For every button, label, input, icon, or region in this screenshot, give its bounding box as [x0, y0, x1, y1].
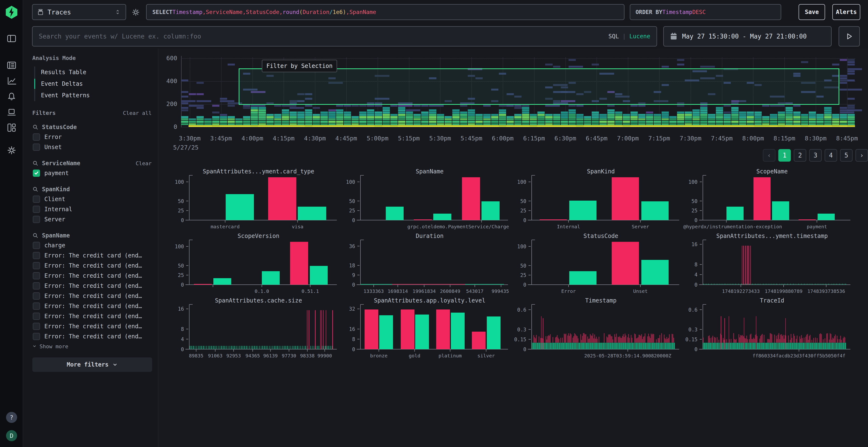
panel-left-icon[interactable] — [6, 33, 17, 44]
chart-svg-payment-timestamp[interactable]: SpanAttributes...yment.timestamp16840174… — [682, 231, 852, 294]
checkbox[interactable] — [33, 293, 40, 300]
checkbox[interactable] — [33, 282, 40, 289]
search-icon — [32, 160, 38, 166]
chart-cache-size[interactable]: SpanAttributes.cache.size168408983591063… — [169, 295, 339, 359]
help-button[interactable]: ? — [6, 412, 17, 423]
chart-svg-timestamp[interactable]: Timestamp0.60.30.1502025-05-28T03:59:14.… — [511, 295, 681, 359]
pagination-next[interactable]: › — [856, 149, 868, 162]
pagination-page-5[interactable]: 5 — [840, 149, 852, 162]
filter-option[interactable]: Error: The credit card (end… — [32, 271, 152, 281]
analysis-mode-item-event-patterns[interactable]: Event Patterns — [35, 90, 152, 101]
chart-scope-version[interactable]: ScopeVersion100502500.1.00.51.1 — [169, 231, 339, 294]
pagination-page-2[interactable]: 2 — [794, 149, 806, 162]
chart-svg-scope-version[interactable]: ScopeVersion100502500.1.00.51.1 — [169, 231, 339, 294]
sql-select-input[interactable]: SELECT Timestamp,ServiceName,StatusCode,… — [146, 4, 624, 20]
chart-events-histogram[interactable]: Filter by Selection — [181, 56, 855, 127]
clear-filter-link[interactable]: Clear — [136, 161, 152, 166]
filter-option[interactable]: charge — [32, 240, 152, 250]
chart-span-kind[interactable]: SpanKind10050250InternalServer — [511, 166, 681, 230]
logs-icon[interactable] — [6, 60, 17, 71]
source-settings-gear-icon[interactable] — [131, 8, 140, 17]
chart-status-code[interactable]: StatusCode10050250ErrorUnset — [511, 231, 681, 294]
filter-option[interactable]: Error: The credit card (end… — [32, 301, 152, 311]
chart-span-name[interactable]: SpanName10050250grpc.oteldemo.PaymentSer… — [340, 166, 510, 230]
checkbox[interactable] — [33, 242, 40, 249]
bell-icon[interactable] — [6, 91, 17, 102]
chart-selection[interactable] — [239, 68, 839, 105]
more-filters-button[interactable]: More filters — [32, 357, 152, 372]
filter-option[interactable]: Error: The credit card (end… — [32, 281, 152, 291]
pagination-page-1[interactable]: 1 — [778, 149, 791, 162]
analysis-mode-item-results-table[interactable]: Results Table — [35, 66, 152, 78]
svg-text:99900: 99900 — [317, 353, 332, 358]
checkbox[interactable] — [33, 313, 40, 320]
laptop-icon[interactable] — [6, 107, 17, 117]
chart-svg-trace-id[interactable]: TraceId0.60.30.150ff860334facdb23d3f430f… — [682, 295, 852, 359]
chart-duration[interactable]: Duration36189013333631698314199618342600… — [340, 231, 510, 294]
chart-svg-span-name[interactable]: SpanName10050250grpc.oteldemo.PaymentSer… — [340, 166, 510, 230]
checkbox[interactable] — [33, 323, 40, 330]
mode-lucene[interactable]: Lucene — [629, 33, 650, 40]
svg-text:0: 0 — [181, 347, 184, 352]
chart-card-type[interactable]: SpanAttributes...yment.card_type10050250… — [169, 166, 339, 230]
svg-text:100: 100 — [175, 179, 184, 185]
filter-option[interactable]: Error: The credit card (end… — [32, 321, 152, 332]
run-query-button[interactable] — [839, 26, 860, 46]
analysis-mode-item-event-deltas[interactable]: Event Deltas — [35, 78, 152, 90]
settings-gear-icon[interactable] — [6, 145, 17, 156]
checkbox[interactable] — [33, 272, 40, 279]
filter-option[interactable]: Error — [32, 132, 152, 142]
chart-icon[interactable] — [6, 75, 17, 86]
save-button[interactable]: Save — [799, 4, 825, 20]
chart-svg-cache-size[interactable]: SpanAttributes.cache.size168408983591063… — [169, 295, 339, 359]
clear-all-filters-link[interactable]: Clear all — [123, 110, 152, 116]
filter-option[interactable]: Error: The credit card (end… — [32, 332, 152, 342]
filter-option[interactable]: Error: The credit card (end… — [32, 311, 152, 321]
chart-svg-span-kind[interactable]: SpanKind10050250InternalServer — [511, 166, 681, 230]
checkbox[interactable] — [33, 133, 40, 141]
pagination-prev[interactable]: ‹ — [763, 149, 775, 162]
checkbox[interactable] — [33, 206, 40, 213]
mode-sql[interactable]: SQL — [609, 33, 619, 40]
checkbox-checked[interactable] — [33, 170, 40, 177]
checkbox[interactable] — [33, 216, 40, 223]
chart-svg-card-type[interactable]: SpanAttributes...yment.card_type10050250… — [169, 166, 339, 230]
chart-svg-status-code[interactable]: StatusCode10050250ErrorUnset — [511, 231, 681, 294]
checkbox[interactable] — [33, 196, 40, 203]
chart-trace-id[interactable]: TraceId0.60.30.150ff860334facdb23d3f430f… — [682, 295, 852, 359]
hyperdx-logo[interactable] — [5, 5, 19, 19]
chart-svg-scope-name[interactable]: ScopeName10050250@hyperdx/instrumentatio… — [682, 166, 852, 230]
show-more-link[interactable]: Show more — [32, 342, 152, 351]
checkbox[interactable] — [33, 143, 40, 151]
date-range-picker[interactable]: May 27 15:30:00 - May 27 21:00:00 — [663, 26, 832, 46]
pagination-page-4[interactable]: 4 — [825, 149, 837, 162]
pagination-page-3[interactable]: 3 — [809, 149, 822, 162]
source-select[interactable]: Traces — [32, 4, 126, 20]
filter-option[interactable]: Server — [32, 214, 152, 225]
filter-option[interactable]: Unset — [32, 142, 152, 152]
checkbox[interactable] — [33, 303, 40, 310]
checkbox[interactable] — [33, 252, 40, 259]
filter-option[interactable]: Error: The credit card (end… — [32, 291, 152, 301]
alerts-button[interactable]: Alerts — [832, 4, 860, 20]
checkbox[interactable] — [33, 262, 40, 269]
chart-loyalty-level[interactable]: SpanAttributes.app.loyalty.level321680br… — [340, 295, 510, 359]
chart-scope-name[interactable]: ScopeName10050250@hyperdx/instrumentatio… — [682, 166, 852, 230]
search-input[interactable]: Search your events w/ Lucene ex. column:… — [32, 26, 657, 46]
chart-timestamp[interactable]: Timestamp0.60.30.1502025-05-28T03:59:14.… — [511, 295, 681, 359]
filter-by-selection-tooltip[interactable]: Filter by Selection — [262, 60, 337, 72]
user-avatar[interactable]: D — [6, 430, 17, 441]
filter-option[interactable]: Error: The credit card (end… — [32, 261, 152, 271]
filter-option[interactable]: payment — [32, 168, 152, 178]
chart-svg-duration[interactable]: Duration36189013333631698314199618342600… — [340, 231, 510, 294]
order-by-input[interactable]: ORDER BY Timestamp DESC — [630, 4, 781, 20]
svg-text:ScopeVersion: ScopeVersion — [238, 233, 279, 239]
filter-option[interactable]: Error: The credit card (end… — [32, 250, 152, 261]
filter-option[interactable]: Internal — [32, 204, 152, 214]
query-language-toggle[interactable]: SQL | Lucene — [609, 33, 650, 40]
checkbox[interactable] — [33, 333, 40, 340]
filter-option[interactable]: Client — [32, 194, 152, 204]
dashboard-icon[interactable] — [6, 122, 17, 133]
chart-payment-timestamp[interactable]: SpanAttributes...yment.timestamp16840174… — [682, 231, 852, 294]
chart-svg-loyalty-level[interactable]: SpanAttributes.app.loyalty.level321680br… — [340, 295, 510, 359]
